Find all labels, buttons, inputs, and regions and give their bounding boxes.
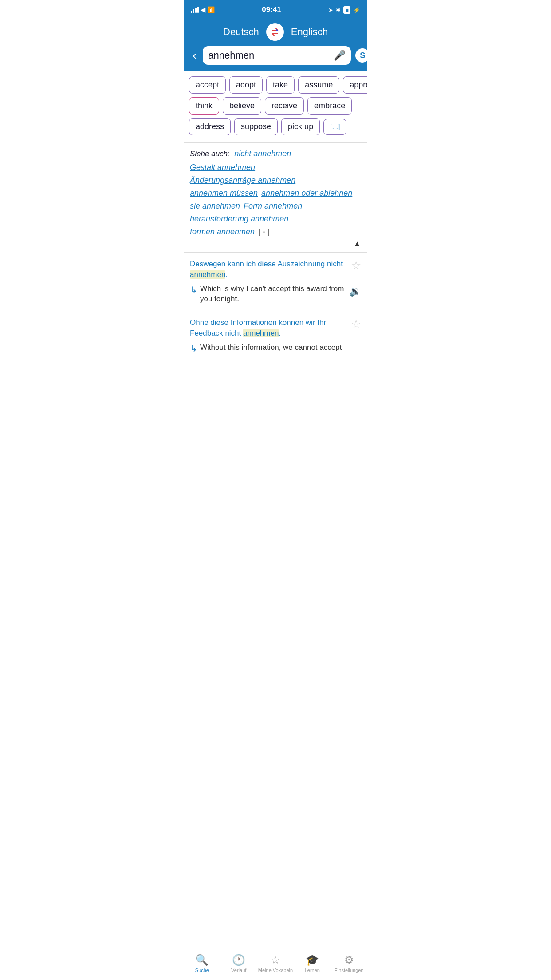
example-actions-2: ☆ xyxy=(351,317,361,331)
swap-languages-button[interactable] xyxy=(266,23,284,41)
language-row: Deutsch Englisch xyxy=(191,23,360,41)
location-icon: ➤ xyxy=(328,7,333,13)
see-also-herausforderung: herausforderung annehmen xyxy=(190,214,361,224)
link-aenderungsantraege[interactable]: Änderungsanträge annehmen xyxy=(190,176,295,185)
example-item-1: Deswegen kann ich diese Auszeichnung nic… xyxy=(184,253,367,311)
search-row: ‹ 🎤 S ⊞ 🔊 xyxy=(191,46,360,65)
example-content-1: Deswegen kann ich diese Auszeichnung nic… xyxy=(190,259,345,304)
tags-section: accept adopt take assume approve think b… xyxy=(184,71,367,143)
see-also-row-formen: formen annehmen [ - ] xyxy=(190,227,361,237)
link-formen-annehmen[interactable]: formen annehmen xyxy=(190,227,255,237)
status-left: ◀ 📶 xyxy=(191,6,215,13)
indent-icon-1: ↳ xyxy=(190,285,197,295)
tag-address[interactable]: address xyxy=(189,118,231,135)
example-item-2: Ohne diese Informationen können wir Ihr … xyxy=(184,311,367,360)
highlight-annehmen-1: annehmen xyxy=(190,270,225,279)
link-form-annehmen[interactable]: Form annehmen xyxy=(244,202,302,211)
highlight-annehmen-2: annehmen xyxy=(243,329,279,337)
tag-pickup[interactable]: pick up xyxy=(281,118,320,135)
indent-icon-2: ↳ xyxy=(190,343,197,354)
example-en-wrapper-1: ↳ Which is why I can't accept this award… xyxy=(190,284,345,305)
link-herausforderung[interactable]: herausforderung annehmen xyxy=(190,214,288,223)
see-also-header: Siehe auch: nicht annehmen xyxy=(190,149,361,158)
tag-embrace[interactable]: embrace xyxy=(307,97,352,115)
collapse-see-also-button[interactable]: [ - ] xyxy=(258,227,270,237)
skype-icon[interactable]: S xyxy=(355,48,367,63)
header: Deutsch Englisch ‹ 🎤 S ⊞ 🔊 xyxy=(184,20,367,71)
tag-suppose[interactable]: suppose xyxy=(234,118,278,135)
back-button[interactable]: ‹ xyxy=(191,47,198,64)
tags-row-1: accept adopt take assume approve xyxy=(189,76,367,94)
microphone-icon[interactable]: 🎤 xyxy=(334,50,346,61)
wifi-icon: ◀ 📶 xyxy=(201,6,215,13)
tags-row-2: think believe receive embrace xyxy=(189,97,367,115)
favorite-button-1[interactable]: ☆ xyxy=(351,259,361,273)
example-en-wrapper-2: ↳ Without this information, we cannot ac… xyxy=(190,342,346,354)
status-time: 09:41 xyxy=(262,5,281,14)
battery-icon: ■ xyxy=(343,6,350,14)
highlight-accept-2: accept xyxy=(319,343,342,352)
charging-icon: ⚡ xyxy=(353,7,360,13)
example-de-1: Deswegen kann ich diese Auszeichnung nic… xyxy=(190,259,345,280)
svg-point-0 xyxy=(269,26,281,38)
example-content-2: Ohne diese Informationen können wir Ihr … xyxy=(190,317,346,354)
tag-adopt[interactable]: adopt xyxy=(229,76,263,94)
status-bar: ◀ 📶 09:41 ➤ ✱ ■ ⚡ xyxy=(184,0,367,20)
header-icons: S ⊞ 🔊 xyxy=(355,48,367,63)
play-audio-button-1[interactable]: 🔉 xyxy=(349,286,361,297)
see-also-gestalt: Gestalt annehmen xyxy=(190,163,361,172)
tag-receive[interactable]: receive xyxy=(265,97,304,115)
example-actions-1: ☆ 🔉 xyxy=(349,259,361,297)
link-annehmen-mussen[interactable]: annehmen müssen xyxy=(190,189,258,198)
link-annehmen-oder-ablehnen[interactable]: annehmen oder ablehnen xyxy=(261,189,352,198)
tags-row-3: address suppose pick up [...] xyxy=(189,118,367,135)
example-en-1: Which is why I can't accept this award f… xyxy=(200,284,345,305)
example-de-2: Ohne diese Informationen können wir Ihr … xyxy=(190,317,346,339)
tag-approve[interactable]: approve xyxy=(343,76,367,94)
search-input[interactable] xyxy=(208,50,330,61)
main-content: accept adopt take assume approve think b… xyxy=(184,71,367,391)
see-also-row-sie: sie annehmen Form annehmen xyxy=(190,202,361,211)
link-sie-annehmen[interactable]: sie annehmen xyxy=(190,202,240,211)
see-also-prefix: Siehe auch: xyxy=(190,150,230,158)
search-box: 🎤 xyxy=(203,46,351,65)
example-en-2: Without this information, we cannot acce… xyxy=(200,342,342,353)
link-gestalt-annehmen[interactable]: Gestalt annehmen xyxy=(190,163,255,172)
status-right: ➤ ✱ ■ ⚡ xyxy=(328,6,360,14)
see-also-collapse: ▲ xyxy=(190,239,361,249)
see-also-section: Siehe auch: nicht annehmen Gestalt anneh… xyxy=(184,143,367,253)
tag-think[interactable]: think xyxy=(189,97,219,115)
source-language: Deutsch xyxy=(223,26,259,38)
collapse-see-also-arrow[interactable]: ▲ xyxy=(353,239,361,249)
highlight-accept-1: accept xyxy=(268,285,290,293)
target-language: Englisch xyxy=(291,26,328,38)
see-also-row-mussen: annehmen müssen annehmen oder ablehnen xyxy=(190,189,361,198)
tag-take[interactable]: take xyxy=(266,76,295,94)
tag-more[interactable]: [...] xyxy=(323,119,346,135)
signal-icon xyxy=(191,7,199,13)
favorite-button-2[interactable]: ☆ xyxy=(351,317,361,331)
see-also-aenderung: Änderungsanträge annehmen xyxy=(190,176,361,185)
see-also-links: Gestalt annehmen Änderungsanträge annehm… xyxy=(190,163,361,237)
swap-icon xyxy=(269,26,281,38)
bluetooth-icon: ✱ xyxy=(336,7,341,13)
tag-assume[interactable]: assume xyxy=(298,76,339,94)
see-also-main-link[interactable]: nicht annehmen xyxy=(234,150,291,158)
tag-believe[interactable]: believe xyxy=(223,97,261,115)
tag-accept[interactable]: accept xyxy=(189,76,226,94)
